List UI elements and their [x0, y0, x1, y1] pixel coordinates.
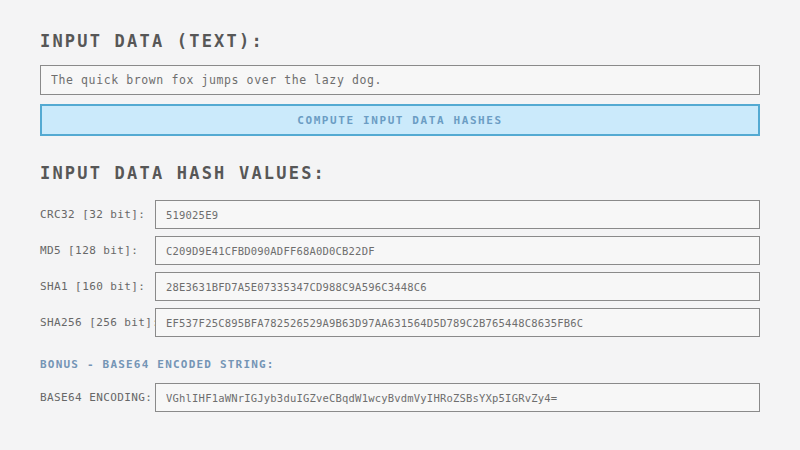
hash-values-heading: INPUT DATA HASH VALUES: [40, 163, 326, 183]
md5-label: MD5 [128 bit]: [40, 244, 155, 257]
sha1-value-field[interactable] [155, 272, 760, 301]
base64-label: BASE64 ENCODING: [40, 391, 155, 404]
hash-tool-page: INPUT DATA (TEXT): COMPUTE INPUT DATA HA… [0, 0, 800, 450]
compute-hashes-button[interactable]: COMPUTE INPUT DATA HASHES [40, 104, 760, 136]
hash-row-crc32: CRC32 [32 bit]: [40, 200, 760, 229]
sha256-value-field[interactable] [155, 308, 760, 337]
hash-row-md5: MD5 [128 bit]: [40, 236, 760, 265]
sha1-label: SHA1 [160 bit]: [40, 280, 155, 293]
md5-value-field[interactable] [155, 236, 760, 265]
base64-value-field[interactable] [155, 383, 760, 412]
input-data-field[interactable] [40, 65, 760, 95]
hash-row-base64: BASE64 ENCODING: [40, 383, 760, 412]
input-data-heading: INPUT DATA (TEXT): [40, 31, 264, 51]
sha256-label: SHA256 [256 bit]: [40, 316, 155, 329]
crc32-value-field[interactable] [155, 200, 760, 229]
crc32-label: CRC32 [32 bit]: [40, 208, 155, 221]
hash-row-sha256: SHA256 [256 bit]: [40, 308, 760, 337]
hash-row-sha1: SHA1 [160 bit]: [40, 272, 760, 301]
bonus-base64-heading: BONUS - BASE64 ENCODED STRING: [40, 358, 275, 371]
